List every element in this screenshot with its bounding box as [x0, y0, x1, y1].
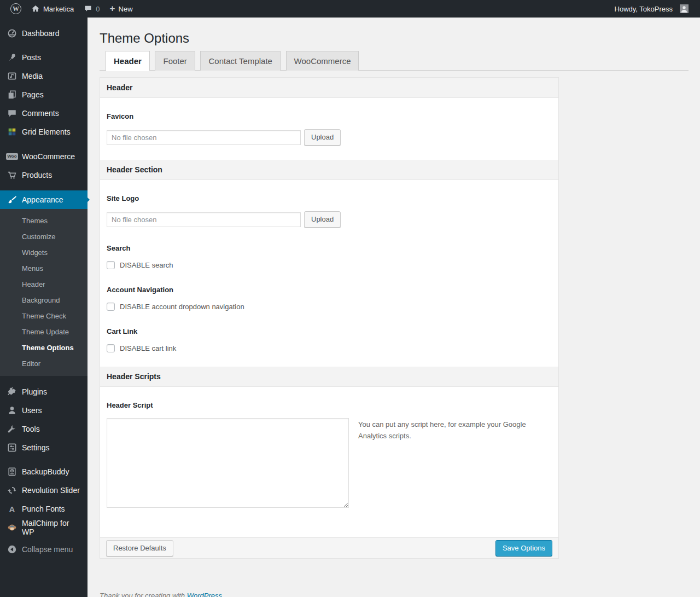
site-logo-label: Site Logo [107, 194, 552, 202]
account-navigation-label: Account Navigation [107, 286, 552, 294]
sidebar-item-mailchimp[interactable]: MailChimp for WP [0, 518, 88, 537]
thanks-text: Thank you for creating with [100, 592, 187, 597]
sidebar-label: BackupBuddy [22, 467, 69, 476]
submenu-item-theme-check[interactable]: Theme Check [0, 308, 88, 324]
sidebar-item-punch-fonts[interactable]: A Punch Fonts [0, 500, 88, 518]
section-body-header-section: Site Logo Upload Search DISABLE search A… [100, 180, 558, 367]
sidebar-item-products[interactable]: Products [0, 166, 88, 184]
paintbrush-icon [7, 194, 18, 205]
wordpress-logo-menu[interactable]: W [5, 0, 26, 18]
letter-a-icon: A [7, 503, 18, 514]
submenu-item-editor[interactable]: Editor [0, 356, 88, 372]
sidebar-label: WooCommerce [22, 152, 75, 161]
disable-cart-row[interactable]: DISABLE cart link [107, 344, 552, 352]
comment-bubble-icon [84, 4, 92, 13]
section-header-header-scripts: Header Scripts [100, 367, 558, 387]
restore-defaults-button[interactable]: Restore Defaults [106, 540, 173, 557]
sidebar-item-comments[interactable]: Comments [0, 104, 88, 123]
disable-account-label: DISABLE account dropdown navigation [120, 303, 244, 311]
disable-cart-checkbox[interactable] [107, 344, 115, 352]
appearance-submenu: Themes Customize Widgets Menus Header Ba… [0, 209, 88, 376]
submenu-item-menus[interactable]: Menus [0, 260, 88, 276]
sidebar-item-woocommerce[interactable]: Woo WooCommerce [0, 147, 88, 166]
sidebar-item-grid-elements[interactable]: Grid Elements [0, 123, 88, 141]
sidebar-item-media[interactable]: Media [0, 67, 88, 85]
submenu-item-widgets[interactable]: Widgets [0, 245, 88, 260]
collapse-arrow-icon [7, 544, 18, 555]
grid-elements-icon [7, 126, 18, 137]
disable-search-row[interactable]: DISABLE search [107, 261, 552, 269]
comments-icon [7, 108, 18, 119]
sidebar-item-plugins[interactable]: Plugins [0, 382, 88, 401]
header-script-textarea[interactable] [107, 418, 349, 508]
comments-count: 0 [96, 5, 100, 13]
home-icon [31, 4, 40, 13]
admin-sidebar: Dashboard Posts Media Pages Comments [0, 18, 88, 597]
sidebar-item-settings[interactable]: Settings [0, 438, 88, 457]
disable-cart-label: DISABLE cart link [120, 344, 176, 352]
avatar [680, 4, 689, 13]
panel-footer: Restore Defaults Save Options [100, 537, 558, 558]
site-name-label: Marketica [43, 5, 74, 13]
plus-icon: + [110, 4, 115, 13]
sidebar-label: Media [22, 72, 43, 80]
pages-icon [7, 89, 18, 100]
site-name-link[interactable]: Marketica [26, 0, 79, 18]
sidebar-item-collapse-menu[interactable]: Collapse menu [0, 540, 88, 559]
sidebar-label: Dashboard [22, 29, 60, 38]
sidebar-item-users[interactable]: Users [0, 401, 88, 420]
save-options-button[interactable]: Save Options [495, 540, 552, 557]
disable-search-checkbox[interactable] [107, 261, 115, 269]
sidebar-item-appearance[interactable]: Appearance [0, 190, 88, 209]
site-logo-upload-button[interactable]: Upload [304, 211, 341, 228]
wordpress-link[interactable]: WordPress [187, 592, 222, 597]
new-label: New [119, 5, 133, 13]
submenu-item-theme-update[interactable]: Theme Update [0, 324, 88, 340]
howdy-label: Howdy, TokoPress [615, 5, 673, 13]
sidebar-item-tools[interactable]: Tools [0, 420, 88, 438]
disable-search-label: DISABLE search [120, 261, 173, 269]
submenu-item-header[interactable]: Header [0, 276, 88, 292]
section-header-header: Header [100, 78, 558, 98]
tab-woocommerce[interactable]: WooCommerce [286, 51, 359, 71]
backup-drive-icon [7, 466, 18, 477]
header-script-label: Header Script [107, 401, 552, 409]
sidebar-label: Punch Fonts [22, 505, 65, 513]
sidebar-label: Products [22, 171, 52, 179]
sidebar-item-dashboard[interactable]: Dashboard [0, 24, 88, 43]
submenu-item-theme-options[interactable]: Theme Options [0, 340, 88, 356]
submenu-item-themes[interactable]: Themes [0, 213, 88, 229]
wordpress-logo-icon: W [10, 3, 21, 14]
sidebar-label: Pages [22, 90, 44, 99]
dashboard-icon [7, 28, 18, 39]
tab-footer[interactable]: Footer [155, 51, 195, 71]
submenu-item-customize[interactable]: Customize [0, 229, 88, 245]
new-content-menu[interactable]: + New [105, 0, 138, 18]
comments-admin-link[interactable]: 0 [79, 0, 104, 18]
site-logo-file-input[interactable] [107, 212, 301, 227]
sidebar-item-backupbuddy[interactable]: BackupBuddy [0, 462, 88, 481]
tab-header[interactable]: Header [106, 51, 150, 71]
page-title: Theme Options [100, 30, 689, 46]
wrench-icon [7, 424, 18, 434]
plugin-icon [7, 386, 18, 397]
sidebar-label: Comments [22, 109, 59, 118]
account-menu[interactable]: Howdy, TokoPress [610, 0, 693, 18]
sidebar-label: Revolution Slider [22, 486, 80, 495]
tab-bar: Header Footer Contact Template WooCommer… [100, 51, 689, 71]
favicon-file-input[interactable] [107, 130, 301, 145]
thanks-suffix: . [222, 592, 224, 597]
sidebar-label: Users [22, 406, 42, 415]
sidebar-item-posts[interactable]: Posts [0, 48, 88, 67]
sidebar-item-pages[interactable]: Pages [0, 85, 88, 104]
submenu-item-background[interactable]: Background [0, 292, 88, 308]
sidebar-label: Settings [22, 443, 50, 452]
sidebar-label: Plugins [22, 387, 47, 396]
sidebar-item-revolution-slider[interactable]: Revolution Slider [0, 481, 88, 500]
disable-account-row[interactable]: DISABLE account dropdown navigation [107, 303, 552, 311]
favicon-label: Favicon [107, 112, 552, 120]
tab-contact-template[interactable]: Contact Template [200, 51, 280, 71]
favicon-upload-button[interactable]: Upload [304, 129, 341, 146]
disable-account-checkbox[interactable] [107, 303, 115, 311]
user-icon [7, 405, 18, 416]
